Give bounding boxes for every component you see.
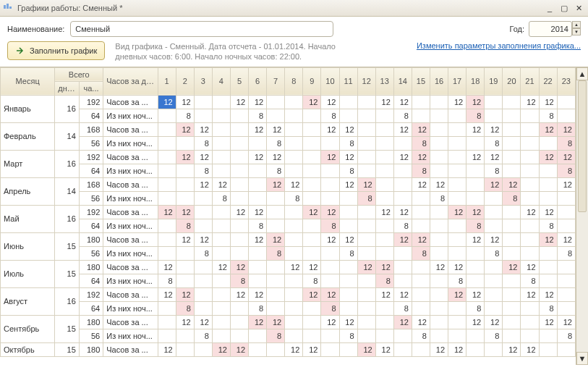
hours-cell[interactable]: 56 — [79, 246, 103, 260]
data-cell[interactable] — [267, 109, 285, 122]
data-cell[interactable] — [357, 287, 375, 301]
schedule-grid[interactable]: Месяц Всего Часов за день 12345678910111… — [0, 67, 576, 365]
data-cell[interactable] — [339, 205, 357, 219]
data-cell[interactable] — [393, 329, 412, 342]
col-day-22[interactable]: 22 — [539, 67, 557, 95]
col-day-3[interactable]: 3 — [194, 67, 212, 95]
hours-cell[interactable]: 192 — [79, 287, 103, 301]
data-cell[interactable] — [249, 274, 267, 287]
data-cell[interactable] — [158, 232, 176, 246]
data-cell[interactable] — [212, 122, 230, 136]
data-cell[interactable]: 12 — [539, 232, 557, 246]
data-cell[interactable]: 12 — [230, 205, 248, 219]
data-cell[interactable] — [230, 246, 248, 260]
data-cell[interactable] — [503, 122, 521, 136]
data-cell[interactable]: 12 — [249, 232, 267, 246]
data-cell[interactable] — [448, 232, 466, 246]
data-cell[interactable] — [303, 191, 321, 205]
data-cell[interactable] — [448, 246, 466, 260]
data-cell[interactable] — [485, 301, 503, 315]
data-cell[interactable] — [466, 342, 485, 356]
data-cell[interactable]: 12 — [466, 150, 485, 164]
data-cell[interactable] — [466, 136, 485, 150]
data-cell[interactable] — [158, 136, 176, 150]
data-cell[interactable] — [158, 122, 176, 136]
data-cell[interactable]: 12 — [158, 342, 176, 356]
hours-cell[interactable]: 64 — [79, 219, 103, 232]
data-cell[interactable]: 12 — [557, 315, 575, 329]
data-cell[interactable]: 12 — [412, 315, 430, 329]
data-cell[interactable] — [430, 287, 448, 301]
row-label[interactable]: Часов за ... — [103, 95, 158, 109]
data-cell[interactable] — [448, 109, 466, 122]
data-cell[interactable]: 12 — [521, 260, 539, 274]
data-cell[interactable] — [158, 246, 176, 260]
data-cell[interactable] — [230, 109, 248, 122]
data-cell[interactable] — [357, 205, 375, 219]
data-cell[interactable]: 12 — [485, 150, 503, 164]
data-cell[interactable]: 12 — [485, 232, 503, 246]
data-cell[interactable] — [557, 301, 575, 315]
data-cell[interactable]: 12 — [339, 122, 357, 136]
col-day-16[interactable]: 16 — [430, 67, 448, 95]
data-cell[interactable] — [521, 219, 539, 232]
data-cell[interactable] — [448, 191, 466, 205]
data-cell[interactable]: 12 — [393, 122, 412, 136]
data-cell[interactable]: 8 — [503, 191, 521, 205]
data-cell[interactable] — [339, 274, 357, 287]
data-cell[interactable] — [412, 274, 430, 287]
data-cell[interactable]: 12 — [430, 260, 448, 274]
data-cell[interactable]: 12 — [158, 95, 176, 109]
data-cell[interactable] — [285, 136, 303, 150]
data-cell[interactable] — [430, 329, 448, 342]
col-day-4[interactable]: 4 — [212, 67, 230, 95]
data-cell[interactable] — [430, 301, 448, 315]
data-cell[interactable] — [393, 246, 412, 260]
data-cell[interactable]: 12 — [249, 205, 267, 219]
fill-schedule-button[interactable]: Заполнить график — [7, 41, 105, 60]
data-cell[interactable] — [357, 95, 375, 109]
name-input[interactable]: Сменный — [70, 21, 333, 37]
data-cell[interactable] — [375, 301, 393, 315]
data-cell[interactable] — [521, 122, 539, 136]
data-cell[interactable] — [321, 342, 339, 356]
col-day-13[interactable]: 13 — [375, 67, 393, 95]
data-cell[interactable]: 12 — [430, 177, 448, 191]
data-cell[interactable] — [375, 177, 393, 191]
data-cell[interactable] — [339, 191, 357, 205]
col-day-2[interactable]: 2 — [176, 67, 194, 95]
data-cell[interactable]: 12 — [503, 260, 521, 274]
data-cell[interactable] — [375, 246, 393, 260]
hours-cell[interactable]: 180 — [79, 315, 103, 329]
data-cell[interactable] — [249, 164, 267, 177]
col-total[interactable]: Всего — [55, 67, 103, 81]
data-cell[interactable]: 8 — [339, 164, 357, 177]
data-cell[interactable]: 8 — [412, 329, 430, 342]
data-cell[interactable] — [194, 260, 212, 274]
col-day-1[interactable]: 1 — [158, 67, 176, 95]
data-cell[interactable]: 8 — [430, 191, 448, 205]
data-cell[interactable]: 12 — [521, 287, 539, 301]
year-spinner[interactable]: ▲▼ — [572, 21, 581, 35]
data-cell[interactable] — [303, 315, 321, 329]
data-cell[interactable] — [285, 219, 303, 232]
data-cell[interactable] — [412, 191, 430, 205]
col-day-5[interactable]: 5 — [230, 67, 248, 95]
data-cell[interactable]: 12 — [412, 232, 430, 246]
data-cell[interactable] — [194, 287, 212, 301]
data-cell[interactable] — [321, 191, 339, 205]
data-cell[interactable]: 8 — [267, 136, 285, 150]
data-cell[interactable] — [321, 136, 339, 150]
data-cell[interactable]: 12 — [339, 150, 357, 164]
data-cell[interactable]: 12 — [466, 95, 485, 109]
month-cell[interactable]: Апрель — [1, 177, 55, 205]
month-cell[interactable]: Август — [1, 287, 55, 315]
data-cell[interactable]: 8 — [412, 246, 430, 260]
data-cell[interactable]: 8 — [557, 329, 575, 342]
data-cell[interactable] — [557, 109, 575, 122]
data-cell[interactable] — [212, 136, 230, 150]
data-cell[interactable] — [357, 122, 375, 136]
data-cell[interactable] — [339, 342, 357, 356]
data-cell[interactable] — [303, 246, 321, 260]
data-cell[interactable] — [375, 150, 393, 164]
